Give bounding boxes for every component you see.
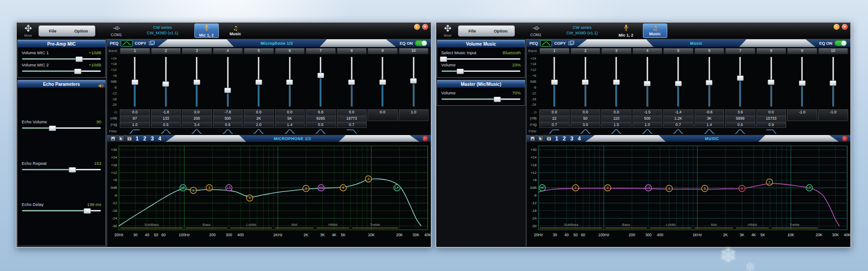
option-menu[interactable]: Option (67, 25, 95, 37)
band-2-fader[interactable] (571, 56, 601, 108)
filter-lp-icon[interactable] (337, 128, 367, 135)
band-9-button[interactable]: 9 (787, 48, 817, 54)
camera-icon[interactable] (546, 136, 552, 142)
fader-handle[interactable] (551, 79, 558, 85)
eq-point-2[interactable]: 2 (572, 185, 579, 191)
preset-2-button[interactable]: 2 (563, 136, 566, 142)
fader-handle[interactable] (132, 79, 138, 85)
fader-handle[interactable] (613, 79, 620, 85)
preset-1-button[interactable]: 1 (555, 136, 558, 142)
band-5-fader[interactable] (663, 56, 693, 108)
filter-bell-icon[interactable] (213, 128, 243, 135)
filter-bell-icon[interactable] (601, 128, 632, 135)
band-9-fader[interactable] (787, 56, 817, 108)
eq-point-6[interactable]: 6 (340, 185, 346, 191)
band-3-button[interactable]: 3 (601, 48, 632, 54)
filter-bell-icon[interactable] (632, 128, 663, 135)
camera-icon[interactable] (126, 136, 132, 142)
band-5-button[interactable]: 5 (244, 48, 274, 54)
eq-point-LP[interactable]: LP (394, 185, 400, 191)
band-7-fader[interactable] (306, 56, 336, 108)
filter-bell-icon[interactable] (182, 128, 212, 135)
fader-handle[interactable] (830, 80, 836, 86)
slider-handle[interactable] (494, 97, 501, 102)
minimize-button[interactable]: – (414, 24, 420, 30)
slider-handle[interactable] (49, 126, 56, 131)
com-port[interactable]: COM1 (111, 24, 122, 37)
band-5-button[interactable]: 5 (663, 48, 693, 54)
copy-button[interactable]: COPY (135, 41, 146, 46)
band-1-button[interactable]: 1 (120, 48, 150, 54)
eq-point-5[interactable]: 5 (303, 186, 309, 192)
peq-label[interactable]: PEQ (529, 41, 538, 46)
slider-handle[interactable] (440, 56, 447, 62)
filter-bell-icon[interactable] (151, 128, 181, 135)
eq-point-2[interactable]: 2 (190, 187, 197, 194)
preset-2-button[interactable]: 2 (143, 136, 146, 142)
eq-graph[interactable]: +30+24+18+12+60dB-6-12-18-24-30SubBassBa… (107, 143, 431, 247)
slider-track[interactable] (442, 58, 520, 60)
fader-handle[interactable] (410, 78, 417, 84)
band-6-fader[interactable] (275, 56, 305, 108)
fader-handle[interactable] (286, 79, 293, 85)
peq-curve-icon[interactable] (121, 40, 132, 47)
tab-music[interactable]: ♫ Music (223, 23, 248, 38)
band-3-button[interactable]: 3 (182, 48, 212, 54)
preset-4-button[interactable]: 4 (578, 136, 581, 142)
band-8-button[interactable]: 8 (337, 48, 367, 54)
fader-handle[interactable] (379, 79, 386, 85)
band-3-fader[interactable] (601, 56, 632, 108)
band-2-fader[interactable] (151, 56, 181, 108)
band-4-button[interactable]: 4 (213, 48, 243, 54)
fader-handle[interactable] (162, 81, 169, 87)
minimize-button[interactable]: – (834, 24, 840, 30)
filter-bell-icon[interactable] (663, 128, 693, 135)
eq-point-LS[interactable]: LS (226, 185, 232, 191)
file-menu[interactable]: File (458, 25, 486, 37)
eq-point-LS[interactable]: LS (645, 185, 651, 191)
eq-point-4[interactable]: 4 (666, 186, 672, 192)
save-icon[interactable] (529, 136, 536, 142)
filter-hp-icon[interactable] (539, 128, 570, 135)
filter-bell-icon[interactable] (275, 128, 305, 135)
eq-point-5[interactable]: 5 (702, 186, 708, 192)
move-handle[interactable]: Move (20, 25, 36, 37)
fader-handle[interactable] (675, 81, 682, 86)
band-1-button[interactable]: 1 (539, 48, 570, 54)
filter-bell-icon[interactable] (725, 128, 755, 135)
option-menu[interactable]: Option (486, 25, 515, 37)
fader-handle[interactable] (224, 88, 231, 93)
band-6-button[interactable]: 6 (275, 48, 305, 54)
fader-handle[interactable] (348, 79, 355, 85)
band-10-button[interactable]: 10 (818, 48, 849, 54)
band-4-fader[interactable] (632, 56, 663, 108)
copy-button[interactable]: COPY (554, 41, 566, 46)
band-10-fader[interactable] (399, 56, 429, 108)
com-port[interactable]: COM1 (530, 24, 542, 37)
tab-mic[interactable]: Mic 1, 2 (614, 23, 638, 38)
eq-point-7[interactable]: 7 (365, 176, 372, 182)
slider-track[interactable] (22, 127, 101, 129)
pointer-icon[interactable] (538, 136, 544, 142)
preset-1-button[interactable]: 1 (136, 136, 139, 142)
band-2-button[interactable]: 2 (151, 48, 181, 54)
fader-handle[interactable] (193, 79, 200, 85)
eq-point-HS[interactable]: HS (318, 185, 324, 191)
slider-track[interactable] (22, 58, 101, 60)
close-button[interactable]: ✕ (842, 24, 848, 30)
fader-handle[interactable] (317, 73, 324, 78)
fader-handle[interactable] (706, 80, 712, 85)
filter-bell-icon[interactable] (571, 128, 601, 135)
band-7-fader[interactable] (725, 56, 755, 108)
fader-handle[interactable] (768, 79, 774, 85)
band-8-button[interactable]: 8 (756, 48, 787, 54)
pointer-icon[interactable] (118, 136, 124, 142)
slider-handle[interactable] (69, 167, 76, 173)
slider-track[interactable] (442, 70, 520, 72)
eq-point-LP[interactable]: LP (806, 185, 812, 191)
band-10-button[interactable]: 10 (399, 48, 429, 54)
band-7-button[interactable]: 7 (306, 48, 336, 54)
copy-icon[interactable] (568, 39, 575, 47)
eq-point-4[interactable]: 4 (246, 195, 253, 201)
band-5-fader[interactable] (244, 56, 274, 108)
